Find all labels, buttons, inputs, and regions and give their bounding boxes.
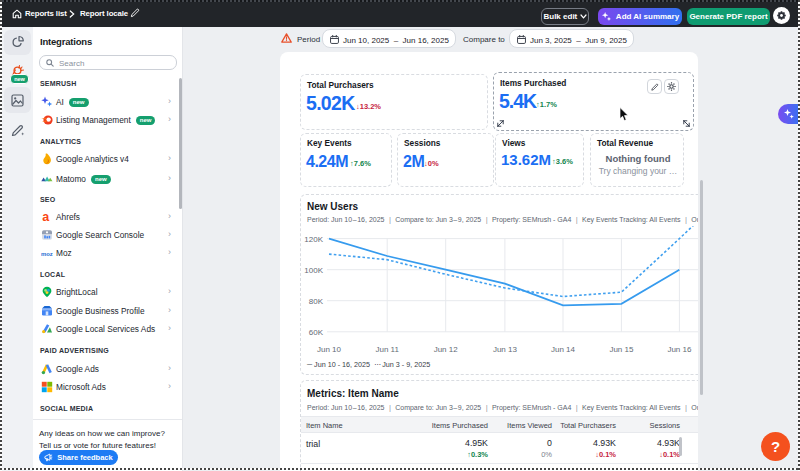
svg-text:Jun 11: Jun 11	[375, 345, 399, 353]
svg-text:Jun 12: Jun 12	[434, 345, 459, 353]
svg-text:Jun 13: Jun 13	[493, 345, 518, 353]
svg-text:Jun 14: Jun 14	[551, 345, 576, 353]
svg-text:100K: 100K	[304, 266, 323, 275]
svg-text:120K: 120K	[304, 235, 323, 244]
svg-text:80K: 80K	[309, 297, 324, 306]
svg-text:moz: moz	[41, 250, 53, 257]
svg-text:a: a	[42, 211, 50, 223]
svg-text:Jun 15: Jun 15	[609, 345, 634, 353]
svg-text:60K: 60K	[309, 328, 324, 337]
svg-text:Jun 16: Jun 16	[667, 345, 692, 353]
svg-text:Jun 10: Jun 10	[317, 345, 342, 353]
